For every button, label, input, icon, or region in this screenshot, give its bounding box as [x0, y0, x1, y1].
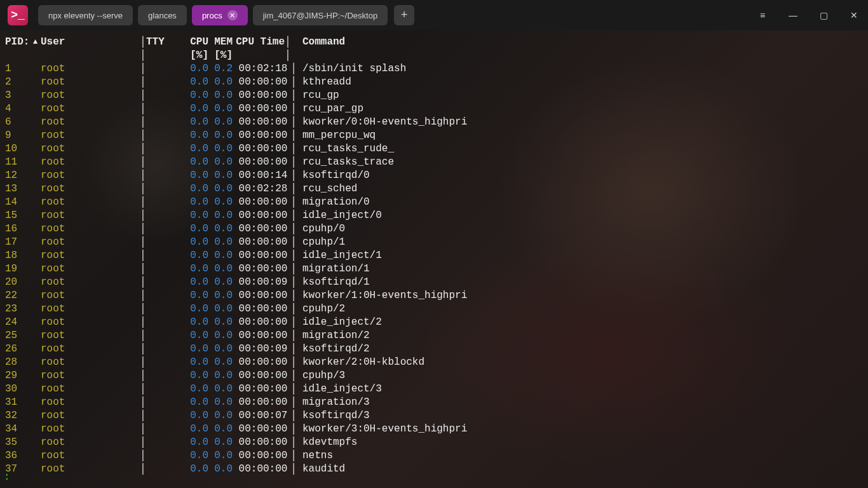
table-row[interactable]: 9root│0.00.0 00:00:00 │mm_percpu_wq — [3, 129, 865, 142]
close-icon[interactable]: ✕ — [227, 10, 238, 20]
column-separator: │ — [285, 196, 291, 209]
cell-pid: 9 — [3, 129, 33, 142]
cell-user: root — [41, 102, 140, 116]
cell-mem: 0.0 — [208, 102, 233, 116]
cell-pid: 6 — [3, 116, 33, 129]
column-separator: │ — [285, 262, 291, 276]
table-row[interactable]: 29root│0.00.0 00:00:00 │cpuhp/3 — [3, 369, 865, 383]
hamburger-icon[interactable]: ≡ — [756, 10, 769, 20]
table-row[interactable]: 10root│0.00.0 00:00:00 │rcu_tasks_rude_ — [3, 142, 865, 156]
header-cpu-unit: [%] — [184, 49, 208, 62]
cell-command: idle_inject/1 — [291, 249, 382, 262]
cell-tty — [146, 182, 184, 196]
cell-cpu: 0.0 — [184, 289, 208, 302]
cell-command: kworker/0:0H-events_highpri — [291, 116, 467, 129]
cell-command: kworker/2:0H-kblockd — [291, 356, 424, 369]
cell-command: netns — [291, 449, 333, 463]
maximize-button[interactable]: ▢ — [817, 10, 830, 20]
terminal-viewport[interactable]: PID:▲User│TTYCPUMEMCPU Time│Command │[%]… — [0, 30, 868, 488]
table-row[interactable]: 30root│0.00.0 00:00:00 │idle_inject/3 — [3, 383, 865, 396]
column-separator: │ — [140, 222, 146, 236]
cell-tty — [146, 289, 184, 302]
cell-tty — [146, 62, 184, 76]
table-row[interactable]: 3root│0.00.0 00:00:00 │rcu_gp — [3, 89, 865, 102]
table-row[interactable]: 19root│0.00.0 00:00:00 │migration/1 — [3, 262, 865, 276]
table-row[interactable]: 11root│0.00.0 00:00:00 │rcu_tasks_trace — [3, 156, 865, 169]
cell-user: root — [41, 236, 140, 249]
table-row[interactable]: 14root│0.00.0 00:00:00 │migration/0 — [3, 196, 865, 209]
header-user[interactable]: User — [41, 36, 140, 49]
table-row[interactable]: 6root│0.00.0 00:00:00 │kworker/0:0H-even… — [3, 116, 865, 129]
table-row[interactable]: 4root│0.00.0 00:00:00 │rcu_par_gp — [3, 102, 865, 116]
cell-cputime: 00:00:00 — [233, 436, 285, 449]
header-cpu[interactable]: CPU — [184, 36, 208, 49]
column-separator: │ — [140, 423, 146, 436]
cell-pid: 2 — [3, 76, 33, 89]
column-separator: │ — [140, 436, 146, 449]
table-row[interactable]: 23root│0.00.0 00:00:00 │cpuhp/2 — [3, 302, 865, 316]
column-separator: │ — [285, 316, 291, 329]
table-row[interactable]: 31root│0.00.0 00:00:00 │migration/3 — [3, 396, 865, 409]
cell-cputime: 00:00:00 — [233, 383, 285, 396]
table-row[interactable]: 20root│0.00.0 00:00:09 │ksoftirqd/1 — [3, 276, 865, 289]
cell-command: /sbin/init splash — [291, 62, 406, 76]
table-row[interactable]: 18root│0.00.0 00:00:00 │idle_inject/1 — [3, 249, 865, 262]
column-separator: │ — [140, 383, 146, 396]
table-row[interactable]: 12root│0.00.0 00:00:14 │ksoftirqd/0 — [3, 169, 865, 182]
table-row[interactable]: 28root│0.00.0 00:00:00 │kworker/2:0H-kbl… — [3, 356, 865, 369]
cell-command: cpuhp/3 — [291, 369, 345, 383]
table-row[interactable]: 24root│0.00.0 00:00:00 │idle_inject/2 — [3, 316, 865, 329]
cell-cputime: 00:00:00 — [233, 329, 285, 342]
column-separator: │ — [285, 302, 291, 316]
new-tab-button[interactable]: + — [394, 5, 414, 25]
column-separator: │ — [140, 129, 146, 142]
table-row[interactable]: 26root│0.00.0 00:00:09 │ksoftirqd/2 — [3, 342, 865, 356]
cell-command: cpuhp/0 — [291, 222, 345, 236]
header-command[interactable]: Command — [291, 36, 345, 49]
app-icon[interactable]: >_ — [8, 5, 28, 25]
cell-cpu: 0.0 — [184, 182, 208, 196]
table-row[interactable]: 17root│0.00.0 00:00:00 │cpuhp/1 — [3, 236, 865, 249]
cell-command: migration/2 — [291, 329, 370, 342]
tab-glances[interactable]: glances — [138, 5, 187, 25]
table-row[interactable]: 15root│0.00.0 00:00:00 │idle_inject/0 — [3, 209, 865, 222]
cell-user: root — [41, 316, 140, 329]
cell-cpu: 0.0 — [184, 276, 208, 289]
header-pid[interactable]: PID: — [3, 36, 33, 49]
cell-user: root — [41, 369, 140, 383]
cell-pid: 23 — [3, 302, 33, 316]
table-row[interactable]: 25root│0.00.0 00:00:00 │migration/2 — [3, 329, 865, 342]
tab-npx-eleventy-serve[interactable]: npx eleventy --serve — [38, 5, 133, 25]
cell-pid: 29 — [3, 369, 33, 383]
cell-user: root — [41, 129, 140, 142]
pager-prompt[interactable]: : — [4, 471, 10, 484]
cell-mem: 0.0 — [208, 182, 233, 196]
table-row[interactable]: 1root│0.00.2 00:02:18 │/sbin/init splash — [3, 62, 865, 76]
table-row[interactable]: 13root│0.00.0 00:02:28 │rcu_sched — [3, 182, 865, 196]
cell-cpu: 0.0 — [184, 222, 208, 236]
sort-asc-icon[interactable]: ▲ — [33, 36, 41, 49]
cell-pid: 15 — [3, 209, 33, 222]
cell-command: idle_inject/3 — [291, 383, 382, 396]
minimize-button[interactable]: — — [787, 10, 799, 20]
close-button[interactable]: ✕ — [848, 10, 860, 20]
header-mem[interactable]: MEM — [208, 36, 233, 49]
cell-cputime: 00:00:00 — [233, 423, 285, 436]
table-row[interactable]: 34root│0.00.0 00:00:00 │kworker/3:0H-eve… — [3, 423, 865, 436]
header-cputime[interactable]: CPU Time — [233, 36, 285, 49]
cell-pid: 24 — [3, 316, 33, 329]
cell-mem: 0.0 — [208, 249, 233, 262]
table-row[interactable]: 22root│0.00.0 00:00:00 │kworker/1:0H-eve… — [3, 289, 865, 302]
tab-jim-4067-jims-hp-desktop[interactable]: jim_4067@JIMS-HP:~/Desktop — [253, 5, 388, 25]
tab-procs[interactable]: procs✕ — [192, 5, 248, 25]
table-row[interactable]: 2root│0.00.0 00:00:00 │kthreadd — [3, 76, 865, 89]
table-row[interactable]: 35root│0.00.0 00:00:00 │kdevtmpfs — [3, 436, 865, 449]
cell-pid: 4 — [3, 102, 33, 116]
cell-tty — [146, 169, 184, 182]
table-row[interactable]: 32root│0.00.0 00:00:07 │ksoftirqd/3 — [3, 409, 865, 423]
table-row[interactable]: 16root│0.00.0 00:00:00 │cpuhp/0 — [3, 222, 865, 236]
table-row[interactable]: 37root│0.00.0 00:00:00 │kauditd — [3, 463, 865, 476]
table-row[interactable]: 36root│0.00.0 00:00:00 │netns — [3, 449, 865, 463]
header-tty[interactable]: TTY — [146, 36, 184, 49]
cell-mem: 0.0 — [208, 89, 233, 102]
